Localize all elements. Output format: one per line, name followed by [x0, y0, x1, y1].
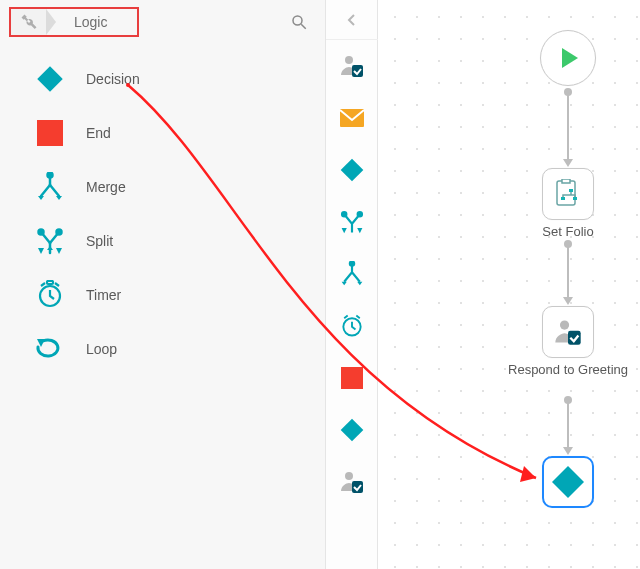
diamond-icon [34, 63, 66, 95]
svg-rect-28 [341, 419, 364, 442]
connector [567, 92, 569, 160]
connector-arrow-icon [563, 447, 573, 455]
palette-list: Decision End Merge Split Timer [0, 52, 325, 376]
decision-drop-node[interactable] [542, 456, 594, 508]
square-icon [34, 117, 66, 149]
start-node[interactable] [540, 30, 596, 86]
connector-arrow-icon [563, 159, 573, 167]
breadcrumb-label: Logic [56, 14, 107, 30]
palette-item-label: Loop [86, 341, 117, 357]
svg-marker-5 [38, 196, 44, 200]
strip-split[interactable] [326, 196, 378, 248]
strip-merge[interactable] [326, 248, 378, 300]
palette-item-label: End [86, 125, 111, 141]
collapse-chevron-icon[interactable] [326, 0, 378, 40]
svg-marker-24 [342, 282, 347, 285]
palette-item-label: Timer [86, 287, 121, 303]
palette-item-label: Merge [86, 179, 126, 195]
connector [567, 400, 569, 448]
svg-marker-22 [357, 228, 362, 233]
palette-end[interactable]: End [0, 106, 325, 160]
strip-diamond2[interactable] [326, 404, 378, 456]
svg-point-4 [48, 173, 53, 178]
svg-rect-33 [569, 189, 573, 192]
svg-marker-21 [342, 228, 347, 233]
strip-mail[interactable] [326, 92, 378, 144]
svg-rect-37 [568, 331, 581, 345]
palette-decision[interactable]: Decision [0, 52, 325, 106]
svg-marker-9 [47, 246, 53, 250]
palette-item-label: Decision [86, 71, 140, 87]
svg-line-1 [301, 24, 306, 29]
strip-person2[interactable] [326, 456, 378, 508]
tools-icon [11, 9, 47, 35]
flow-canvas[interactable]: Set Folio Respond to Greeting [378, 0, 640, 569]
svg-marker-25 [357, 282, 362, 285]
svg-marker-10 [38, 248, 44, 254]
svg-point-36 [560, 320, 569, 329]
svg-rect-18 [341, 159, 364, 182]
svg-rect-27 [341, 367, 363, 389]
svg-point-8 [57, 230, 62, 235]
svg-point-23 [350, 261, 354, 265]
node-label: Respond to Greeting [508, 362, 628, 378]
palette-panel: Logic Decision End Merge Split [0, 0, 326, 569]
set-folio-node[interactable] [542, 168, 594, 220]
palette-merge[interactable]: Merge [0, 160, 325, 214]
svg-point-0 [293, 16, 302, 25]
svg-point-20 [358, 212, 362, 216]
svg-rect-2 [37, 66, 62, 91]
palette-item-label: Split [86, 233, 113, 249]
split-icon [34, 225, 66, 257]
search-icon[interactable] [289, 12, 309, 32]
svg-rect-16 [352, 65, 363, 77]
svg-rect-32 [557, 181, 575, 205]
svg-marker-6 [56, 196, 62, 200]
svg-marker-11 [56, 248, 62, 254]
svg-point-19 [342, 212, 346, 216]
strip-person-check[interactable] [326, 40, 378, 92]
strip-clock[interactable] [326, 300, 378, 352]
palette-loop[interactable]: Loop [0, 322, 325, 376]
svg-point-29 [345, 472, 353, 480]
svg-rect-13 [47, 281, 53, 284]
strip-end[interactable] [326, 352, 378, 404]
palette-split[interactable]: Split [0, 214, 325, 268]
svg-rect-30 [352, 481, 363, 493]
node-label: Set Folio [508, 224, 628, 240]
breadcrumb[interactable]: Logic [9, 7, 139, 37]
strip-diamond[interactable] [326, 144, 378, 196]
svg-point-7 [39, 230, 44, 235]
palette-timer[interactable]: Timer [0, 268, 325, 322]
tool-strip [326, 0, 378, 569]
connector [567, 244, 569, 298]
connector-arrow-icon [563, 297, 573, 305]
svg-point-15 [345, 56, 353, 64]
svg-rect-3 [37, 120, 63, 146]
loop-icon [34, 333, 66, 365]
merge-icon [34, 171, 66, 203]
svg-rect-38 [552, 466, 584, 498]
respond-node[interactable] [542, 306, 594, 358]
svg-rect-34 [561, 197, 565, 200]
clock-icon [34, 279, 66, 311]
svg-marker-31 [562, 48, 578, 68]
svg-rect-35 [573, 197, 577, 200]
